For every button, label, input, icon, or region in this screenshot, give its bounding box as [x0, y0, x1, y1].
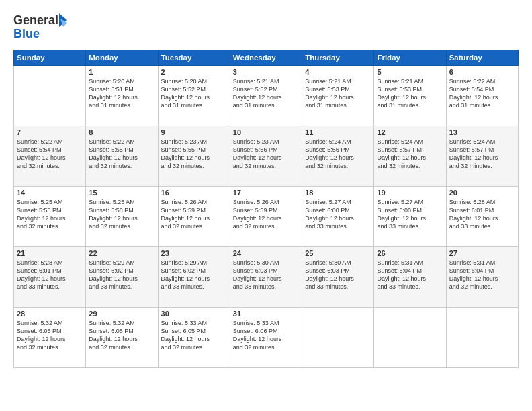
day-number: 23	[161, 249, 227, 257]
day-info: Sunrise: 5:25 AMSunset: 5:58 PMDaylight:…	[89, 198, 154, 231]
day-number: 15	[89, 189, 154, 197]
day-number: 27	[449, 249, 515, 257]
day-info: Sunrise: 5:28 AMSunset: 6:01 PMDaylight:…	[449, 198, 515, 231]
day-number: 11	[305, 128, 371, 136]
day-info: Sunrise: 5:22 AMSunset: 5:54 PMDaylight:…	[449, 77, 515, 110]
day-number: 25	[305, 249, 371, 257]
header: GeneralBlue	[13, 12, 519, 43]
day-cell: 5Sunrise: 5:21 AMSunset: 5:53 PMDaylight…	[374, 66, 446, 126]
week-row-3: 14Sunrise: 5:25 AMSunset: 5:58 PMDayligh…	[14, 187, 519, 247]
day-info: Sunrise: 5:33 AMSunset: 6:06 PMDaylight:…	[233, 319, 299, 352]
day-info: Sunrise: 5:30 AMSunset: 6:03 PMDaylight:…	[233, 259, 299, 291]
day-cell: 23Sunrise: 5:29 AMSunset: 6:02 PMDayligh…	[158, 247, 230, 308]
day-info: Sunrise: 5:27 AMSunset: 6:00 PMDaylight:…	[305, 198, 371, 231]
col-header-monday: Monday	[86, 50, 158, 66]
day-cell: 14Sunrise: 5:25 AMSunset: 5:58 PMDayligh…	[14, 187, 86, 247]
day-number: 29	[89, 310, 154, 318]
day-number: 12	[377, 128, 443, 136]
day-cell: 18Sunrise: 5:27 AMSunset: 6:00 PMDayligh…	[302, 187, 374, 247]
col-header-thursday: Thursday	[302, 50, 374, 66]
day-number: 17	[233, 189, 299, 197]
day-cell: 29Sunrise: 5:32 AMSunset: 6:05 PMDayligh…	[86, 308, 158, 368]
day-info: Sunrise: 5:33 AMSunset: 6:05 PMDaylight:…	[161, 319, 227, 352]
day-cell: 22Sunrise: 5:29 AMSunset: 6:02 PMDayligh…	[86, 247, 158, 308]
day-info: Sunrise: 5:29 AMSunset: 6:02 PMDaylight:…	[89, 259, 154, 291]
day-info: Sunrise: 5:23 AMSunset: 5:56 PMDaylight:…	[233, 138, 299, 171]
day-info: Sunrise: 5:20 AMSunset: 5:51 PMDaylight:…	[89, 77, 154, 110]
day-info: Sunrise: 5:21 AMSunset: 5:52 PMDaylight:…	[233, 77, 299, 110]
day-number: 21	[17, 249, 83, 257]
day-number: 31	[233, 310, 299, 318]
day-number: 28	[17, 310, 83, 318]
day-cell: 2Sunrise: 5:20 AMSunset: 5:52 PMDaylight…	[158, 66, 230, 126]
day-number: 10	[233, 128, 299, 136]
day-number: 26	[377, 249, 443, 257]
day-cell: 24Sunrise: 5:30 AMSunset: 6:03 PMDayligh…	[230, 247, 302, 308]
day-cell: 4Sunrise: 5:21 AMSunset: 5:53 PMDaylight…	[302, 66, 374, 126]
day-number: 24	[233, 249, 299, 257]
day-cell: 12Sunrise: 5:24 AMSunset: 5:57 PMDayligh…	[374, 126, 446, 187]
week-row-1: 1Sunrise: 5:20 AMSunset: 5:51 PMDaylight…	[14, 66, 519, 126]
day-cell	[14, 66, 86, 126]
day-cell: 26Sunrise: 5:31 AMSunset: 6:04 PMDayligh…	[374, 247, 446, 308]
svg-text:Blue: Blue	[13, 27, 40, 40]
day-info: Sunrise: 5:29 AMSunset: 6:02 PMDaylight:…	[161, 259, 227, 291]
day-number: 22	[89, 249, 154, 257]
day-number: 1	[89, 68, 154, 76]
week-row-5: 28Sunrise: 5:32 AMSunset: 6:05 PMDayligh…	[14, 308, 519, 368]
day-cell: 1Sunrise: 5:20 AMSunset: 5:51 PMDaylight…	[86, 66, 158, 126]
week-row-2: 7Sunrise: 5:22 AMSunset: 5:54 PMDaylight…	[14, 126, 519, 187]
day-cell: 19Sunrise: 5:27 AMSunset: 6:00 PMDayligh…	[374, 187, 446, 247]
day-number: 4	[305, 68, 371, 76]
day-number: 14	[17, 189, 83, 197]
day-info: Sunrise: 5:27 AMSunset: 6:00 PMDaylight:…	[377, 198, 443, 231]
day-info: Sunrise: 5:26 AMSunset: 5:59 PMDaylight:…	[233, 198, 299, 231]
day-number: 7	[17, 128, 83, 136]
day-number: 2	[161, 68, 227, 76]
col-header-tuesday: Tuesday	[158, 50, 230, 66]
col-header-friday: Friday	[374, 50, 446, 66]
day-info: Sunrise: 5:32 AMSunset: 6:05 PMDaylight:…	[17, 319, 83, 352]
day-info: Sunrise: 5:32 AMSunset: 6:05 PMDaylight:…	[89, 319, 154, 352]
day-number: 6	[449, 68, 515, 76]
day-cell: 6Sunrise: 5:22 AMSunset: 5:54 PMDaylight…	[446, 66, 518, 126]
col-header-wednesday: Wednesday	[230, 50, 302, 66]
day-cell: 8Sunrise: 5:22 AMSunset: 5:55 PMDaylight…	[86, 126, 158, 187]
day-number: 19	[377, 189, 443, 197]
day-number: 5	[377, 68, 443, 76]
svg-text:General: General	[13, 13, 58, 27]
day-info: Sunrise: 5:22 AMSunset: 5:54 PMDaylight:…	[17, 138, 83, 171]
day-cell: 13Sunrise: 5:24 AMSunset: 5:57 PMDayligh…	[446, 126, 518, 187]
day-number: 3	[233, 68, 299, 76]
day-cell: 9Sunrise: 5:23 AMSunset: 5:55 PMDaylight…	[158, 126, 230, 187]
day-cell: 28Sunrise: 5:32 AMSunset: 6:05 PMDayligh…	[14, 308, 86, 368]
day-info: Sunrise: 5:20 AMSunset: 5:52 PMDaylight:…	[161, 77, 227, 110]
day-cell	[374, 308, 446, 368]
day-info: Sunrise: 5:30 AMSunset: 6:03 PMDaylight:…	[305, 259, 371, 291]
day-cell	[302, 308, 374, 368]
header-row: SundayMondayTuesdayWednesdayThursdayFrid…	[14, 50, 519, 66]
day-info: Sunrise: 5:22 AMSunset: 5:55 PMDaylight:…	[89, 138, 154, 171]
day-cell: 21Sunrise: 5:28 AMSunset: 6:01 PMDayligh…	[14, 247, 86, 308]
day-info: Sunrise: 5:28 AMSunset: 6:01 PMDaylight:…	[17, 259, 83, 291]
day-cell: 16Sunrise: 5:26 AMSunset: 5:59 PMDayligh…	[158, 187, 230, 247]
day-number: 8	[89, 128, 154, 136]
day-info: Sunrise: 5:25 AMSunset: 5:58 PMDaylight:…	[17, 198, 83, 231]
day-number: 18	[305, 189, 371, 197]
day-cell: 17Sunrise: 5:26 AMSunset: 5:59 PMDayligh…	[230, 187, 302, 247]
logo-svg: GeneralBlue	[13, 12, 71, 43]
day-cell: 3Sunrise: 5:21 AMSunset: 5:52 PMDaylight…	[230, 66, 302, 126]
day-info: Sunrise: 5:24 AMSunset: 5:57 PMDaylight:…	[449, 138, 515, 171]
day-cell: 27Sunrise: 5:31 AMSunset: 6:04 PMDayligh…	[446, 247, 518, 308]
day-number: 9	[161, 128, 227, 136]
day-number: 13	[449, 128, 515, 136]
day-info: Sunrise: 5:24 AMSunset: 5:56 PMDaylight:…	[305, 138, 371, 171]
logo: GeneralBlue	[13, 12, 71, 43]
day-info: Sunrise: 5:24 AMSunset: 5:57 PMDaylight:…	[377, 138, 443, 171]
day-info: Sunrise: 5:26 AMSunset: 5:59 PMDaylight:…	[161, 198, 227, 231]
day-cell: 30Sunrise: 5:33 AMSunset: 6:05 PMDayligh…	[158, 308, 230, 368]
day-number: 30	[161, 310, 227, 318]
day-cell: 15Sunrise: 5:25 AMSunset: 5:58 PMDayligh…	[86, 187, 158, 247]
day-cell: 7Sunrise: 5:22 AMSunset: 5:54 PMDaylight…	[14, 126, 86, 187]
day-info: Sunrise: 5:31 AMSunset: 6:04 PMDaylight:…	[449, 259, 515, 291]
